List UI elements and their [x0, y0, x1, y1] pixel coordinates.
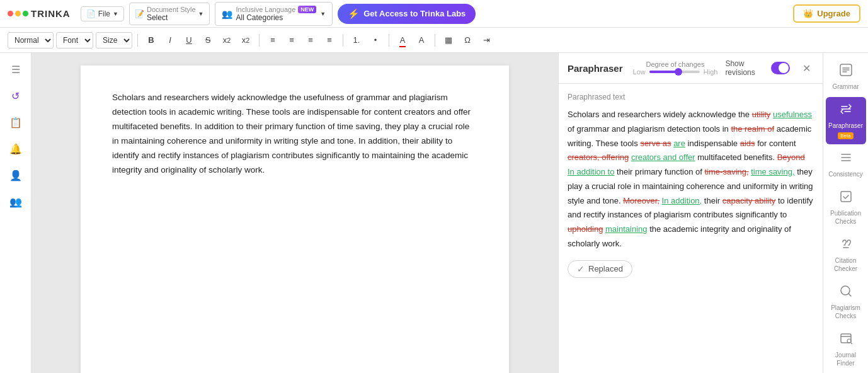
- low-label: Low: [633, 68, 646, 76]
- panel-close-button[interactable]: ✕: [800, 60, 814, 76]
- new-badge: NEW: [298, 6, 316, 13]
- grammar-label: Grammar: [832, 83, 859, 91]
- panel-body: Paraphrased text Scholars and researcher…: [559, 84, 823, 373]
- bold-button[interactable]: B: [143, 32, 159, 49]
- journal-finder-label: Journal Finder: [828, 351, 864, 367]
- document-style-button[interactable]: 📝 Document Style Select ▼: [129, 3, 210, 25]
- sidebar-item-publication-checks[interactable]: Publication Checks: [826, 185, 866, 231]
- panel-title: Paraphraser: [568, 63, 623, 74]
- plagiarism-checks-label: Plagiarism Checks: [828, 304, 864, 320]
- topnav: TRINKA 📄 File ▼ 📝 Document Style Select …: [0, 0, 868, 28]
- paraphraser-icon: [839, 102, 853, 119]
- editor-paper[interactable]: Scholars and researchers widely acknowle…: [81, 66, 509, 373]
- degree-slider[interactable]: [649, 71, 700, 73]
- table-button[interactable]: ▦: [440, 32, 457, 49]
- replaced-badge[interactable]: ✓ Replaced: [568, 260, 632, 278]
- beta-badge: Beta: [838, 132, 853, 139]
- inclusive-language-label: Inclusive Language: [236, 6, 296, 13]
- check-icon: ✓: [577, 264, 585, 274]
- crown-icon: 👑: [803, 9, 813, 18]
- align-right-button[interactable]: ≡: [302, 32, 319, 49]
- sidebar-users-icon[interactable]: 👥: [4, 190, 27, 213]
- lightning-icon: ⚡: [348, 8, 360, 20]
- paraphraser-panel: Paraphraser Degree of changes Low High S…: [558, 53, 823, 373]
- del-moreover: Moreover,: [623, 196, 660, 205]
- toolbar-divider-1: [137, 34, 138, 47]
- sidebar-item-plagiarism-checks[interactable]: Plagiarism Checks: [826, 279, 866, 325]
- sidebar-refresh-icon[interactable]: ↺: [4, 84, 27, 107]
- inclusive-categories-label: All Categories: [236, 13, 283, 22]
- degree-of-changes-control: Degree of changes Low High: [633, 60, 718, 76]
- editor-content[interactable]: Scholars and researchers widely acknowle…: [112, 91, 477, 178]
- sidebar-item-paraphraser[interactable]: Paraphraser Beta: [826, 97, 866, 144]
- special-chars-button[interactable]: Ω: [459, 32, 476, 49]
- italic-button[interactable]: I: [162, 32, 178, 49]
- dot-yellow: [15, 11, 21, 16]
- high-label: High: [704, 68, 718, 76]
- editor-area: Scholars and researchers widely acknowle…: [31, 53, 558, 373]
- add-in-addition-to: In addition to: [568, 167, 614, 176]
- highlight-color-button[interactable]: A: [413, 32, 430, 49]
- panel-header: Paraphraser Degree of changes Low High S…: [559, 53, 823, 84]
- toolbar-divider-4: [389, 34, 389, 47]
- consistency-icon: [839, 151, 853, 168]
- strikethrough-button[interactable]: S: [200, 32, 216, 49]
- upgrade-button[interactable]: 👑 Upgrade: [793, 4, 860, 23]
- slider-fill: [649, 71, 677, 73]
- right-sidebar: Grammar Paraphraser Beta Consistency: [823, 53, 868, 373]
- del-capacity-ability: capacity ability: [722, 196, 776, 205]
- add-in-addition: In addition,: [662, 196, 702, 205]
- indent-button[interactable]: ⇥: [478, 32, 494, 49]
- sidebar-bell-icon[interactable]: 🔔: [4, 137, 27, 160]
- toolbar-divider-5: [435, 34, 435, 47]
- file-menu-button[interactable]: 📄 File ▼: [81, 6, 124, 21]
- publication-checks-icon: [839, 190, 853, 207]
- sidebar-item-grammar[interactable]: Grammar: [826, 58, 866, 96]
- slider-thumb: [675, 68, 682, 76]
- size-select[interactable]: Size: [96, 32, 132, 49]
- show-revisions-label: Show revisions: [725, 59, 767, 77]
- sidebar-item-citation-checker[interactable]: Citation Checker: [826, 232, 866, 278]
- logo: TRINKA: [8, 8, 71, 19]
- paraphraser-label: Paraphraser: [828, 122, 863, 130]
- del-creators-offering: creators, offering: [568, 152, 629, 162]
- show-revisions-toggle[interactable]: [771, 62, 790, 74]
- paragraph-style-select[interactable]: Normal: [8, 32, 54, 49]
- document-style-value: Select: [147, 13, 168, 22]
- font-color-button[interactable]: A: [394, 32, 411, 49]
- sidebar-item-journal-finder[interactable]: Journal Finder: [826, 326, 866, 372]
- add-time-saving: time saving,: [751, 167, 794, 176]
- subscript-button[interactable]: x2: [237, 32, 254, 49]
- dot-red: [8, 11, 13, 16]
- font-select[interactable]: Font: [56, 32, 93, 49]
- align-left-button[interactable]: ≡: [265, 32, 281, 49]
- toolbar: Normal Font Size B I U S x2 x2 ≡ ≡ ≡ ≡ 1…: [0, 28, 868, 53]
- superscript-button[interactable]: x2: [219, 32, 235, 49]
- grammar-icon: [839, 63, 853, 80]
- inclusive-language-button[interactable]: 👥 Inclusive Language NEW All Categories …: [215, 2, 333, 26]
- unordered-list-button[interactable]: •: [367, 32, 384, 49]
- del-serve-as: serve as: [640, 139, 671, 148]
- get-access-label: Get Access to Trinka Labs: [363, 9, 465, 18]
- citation-checker-label: Citation Checker: [828, 256, 864, 273]
- document-style-label: Document Style: [147, 6, 196, 13]
- sidebar-doc-icon[interactable]: 📋: [4, 111, 27, 134]
- del-aids: aids: [740, 139, 755, 148]
- ordered-list-button[interactable]: 1.: [348, 32, 365, 49]
- add-maintaining: maintaining: [605, 224, 648, 234]
- svg-rect-1: [841, 192, 851, 202]
- sidebar-item-consistency[interactable]: Consistency: [826, 146, 866, 183]
- file-label: File: [98, 9, 110, 18]
- align-justify-button[interactable]: ≡: [321, 32, 338, 49]
- align-center-button[interactable]: ≡: [283, 32, 300, 49]
- underline-button[interactable]: U: [181, 32, 197, 49]
- del-the-realm-of: the realm of: [731, 124, 774, 134]
- paraphrased-text: Scholars and researchers widely acknowle…: [568, 108, 814, 251]
- degree-label: Degree of changes: [633, 60, 718, 68]
- add-are: are: [673, 139, 685, 148]
- sidebar-user-icon[interactable]: 👤: [4, 164, 27, 186]
- sidebar-menu-icon[interactable]: ☰: [4, 58, 27, 81]
- logo-text: TRINKA: [31, 8, 71, 19]
- get-access-button[interactable]: ⚡ Get Access to Trinka Labs: [338, 4, 476, 24]
- add-usefulness: usefulness: [773, 110, 812, 119]
